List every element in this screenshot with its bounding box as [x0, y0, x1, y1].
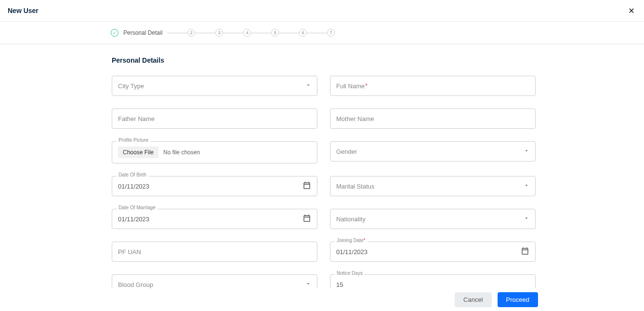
pf-uan-input[interactable]: PF UAN: [112, 242, 317, 262]
calendar-icon[interactable]: [302, 181, 311, 191]
full-name-field: Full Name*: [330, 76, 536, 96]
step-connector: [279, 33, 299, 33]
full-name-input[interactable]: Full Name*: [330, 76, 536, 96]
step-1-label: Personal Detail: [123, 29, 162, 36]
joining-date-value: 01/11/2023: [336, 248, 368, 256]
joining-date-field: Joining Date* 01/11/2023: [330, 242, 536, 262]
step-connector: [251, 33, 271, 33]
choose-file-button[interactable]: Choose File: [118, 147, 158, 158]
city-type-field: City Type: [112, 76, 317, 96]
mother-name-input[interactable]: Mother Name: [330, 108, 536, 129]
cancel-button[interactable]: Cancel: [455, 292, 491, 307]
dom-label: Date Of Marriage: [117, 205, 158, 210]
marital-status-field: Marital Status: [330, 176, 536, 196]
marital-status-select[interactable]: Marital Status: [330, 176, 536, 196]
marital-status-placeholder: Marital Status: [336, 183, 374, 190]
mother-name-placeholder: Mother Name: [336, 115, 374, 122]
profile-picture-field: Profile Picture Choose File No file chos…: [112, 141, 317, 163]
father-name-placeholder: Father Name: [118, 115, 155, 122]
gender-select[interactable]: Gender: [330, 141, 536, 162]
step-connector: [223, 33, 243, 33]
pf-uan-placeholder: PF UAN: [118, 248, 141, 256]
step-2[interactable]: 2: [187, 29, 195, 37]
dom-value: 01/11/2023: [118, 216, 149, 223]
city-type-placeholder: City Type: [118, 82, 144, 90]
step-connector: [167, 33, 187, 33]
gender-field: Gender: [330, 141, 536, 163]
step-6[interactable]: 6: [299, 29, 307, 37]
gender-placeholder: Gender: [336, 148, 357, 155]
mother-name-field: Mother Name: [330, 108, 536, 129]
joining-date-input[interactable]: 01/11/2023: [330, 242, 536, 262]
step-connector: [195, 33, 215, 33]
nationality-placeholder: Nationality: [336, 216, 366, 223]
calendar-icon[interactable]: [302, 214, 311, 224]
notice-days-value: 15: [336, 281, 343, 288]
check-icon: ✓: [113, 30, 117, 35]
step-4[interactable]: 4: [243, 29, 251, 37]
file-status-text: No file chosen: [163, 149, 200, 156]
chevron-down-icon: [305, 82, 311, 90]
proceed-button[interactable]: Proceed: [498, 292, 538, 307]
step-connector: [307, 33, 327, 33]
nationality-field: Nationality: [330, 209, 536, 229]
dob-label: Date Of Birth: [117, 172, 148, 177]
required-mark: *: [365, 82, 368, 89]
profile-picture-input: Choose File No file chosen: [112, 141, 317, 163]
stepper: ✓ Personal Detail 2 3 4 5 6 7: [0, 22, 644, 44]
chevron-down-icon: [524, 216, 529, 223]
full-name-placeholder: Full Name: [336, 82, 365, 90]
dob-value: 01/11/2023: [118, 183, 149, 190]
close-icon: [628, 7, 635, 14]
chevron-down-icon: [524, 148, 529, 155]
dom-field: Date Of Marriage 01/11/2023: [112, 209, 317, 229]
pf-uan-field: PF UAN: [112, 242, 317, 262]
profile-picture-label: Profile Picture: [117, 137, 150, 143]
close-button[interactable]: [627, 6, 636, 15]
father-name-field: Father Name: [112, 108, 317, 129]
chevron-down-icon: [305, 281, 311, 288]
nationality-select[interactable]: Nationality: [330, 209, 536, 229]
city-type-select[interactable]: City Type: [112, 76, 317, 96]
form-content: Personal Details City Type Full Name* Fa…: [0, 44, 644, 310]
father-name-input[interactable]: Father Name: [112, 108, 317, 129]
step-3[interactable]: 3: [215, 29, 223, 37]
dom-input[interactable]: 01/11/2023: [112, 209, 317, 229]
dialog-footer: Cancel Proceed: [0, 288, 644, 311]
dialog-header: New User: [0, 0, 644, 22]
notice-days-label: Notice Days: [335, 270, 365, 276]
section-title: Personal Details: [112, 56, 536, 64]
blood-group-placeholder: Blood Group: [118, 281, 153, 288]
step-5[interactable]: 5: [271, 29, 279, 37]
dob-input[interactable]: 01/11/2023: [112, 176, 317, 196]
dialog-title: New User: [8, 7, 39, 14]
chevron-down-icon: [524, 183, 529, 190]
step-7[interactable]: 7: [327, 29, 335, 37]
step-1[interactable]: ✓: [111, 29, 118, 37]
joining-date-label: Joining Date*: [335, 238, 368, 243]
calendar-icon[interactable]: [521, 247, 529, 257]
dob-field: Date Of Birth 01/11/2023: [112, 176, 317, 196]
